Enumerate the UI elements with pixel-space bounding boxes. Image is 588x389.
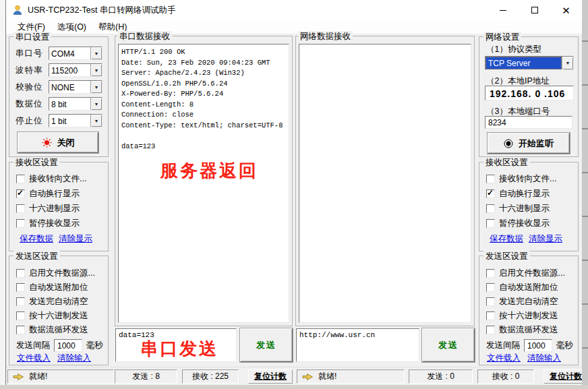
stop-bits-label: 停止位 xyxy=(16,115,49,127)
network-sent-counter: 发送 : 0 xyxy=(409,369,473,384)
chevron-down-icon[interactable]: ▼ xyxy=(90,81,102,93)
network-send-input[interactable]: http://www.usr.cn xyxy=(296,328,419,362)
annotation-server-response: 服务器返回 xyxy=(160,159,258,183)
receive-to-file-checkbox[interactable] xyxy=(486,175,495,183)
close-button[interactable]: ✕ xyxy=(550,0,582,20)
checkbox-label: 十六进制显示 xyxy=(499,203,550,214)
send-settings-title: 发送区设置 xyxy=(483,251,530,262)
local-ip-input[interactable]: 192.168. 0 .106 xyxy=(485,86,574,100)
checkbox-row[interactable]: 接收转向文件... xyxy=(486,173,556,184)
loop-send-checkbox[interactable] xyxy=(486,326,495,334)
send-settings-title: 发送区设置 xyxy=(13,251,60,262)
parity-select[interactable]: NONE ▼ xyxy=(49,80,102,94)
checkbox-row[interactable]: 暂停接收显示 xyxy=(16,218,80,229)
auto-append-checkbox[interactable] xyxy=(16,283,25,292)
serial-reset-count-button[interactable]: 复位计数 xyxy=(248,369,293,384)
send-interval-input[interactable]: 1000 xyxy=(54,339,82,352)
serial-receive-area[interactable]: HTTP/1.1 200 OK Date: Sun, 23 Feb 2020 0… xyxy=(118,44,289,323)
data-bits-row: 数据位 xyxy=(16,97,49,111)
checkbox-row[interactable]: 自动发送附加位 xyxy=(486,282,558,293)
save-data-link[interactable]: 保存数据 xyxy=(490,233,523,245)
checkbox-row[interactable]: 接收转向文件... xyxy=(16,173,86,184)
checkbox-row[interactable]: 暂停接收显示 xyxy=(486,218,550,229)
checkbox-row[interactable]: 十六进制显示 xyxy=(486,203,550,214)
checkbox-row[interactable]: 启用文件数据源... xyxy=(16,268,95,278)
clear-input-link[interactable]: 清除输入 xyxy=(527,353,561,364)
maximize-icon xyxy=(531,7,538,13)
send-interval-input[interactable]: 1000 xyxy=(524,339,552,352)
protocol-type-select[interactable]: TCP Server ▼ xyxy=(485,56,574,70)
auto-wrap-checkbox[interactable] xyxy=(16,189,25,198)
pause-receive-checkbox[interactable] xyxy=(486,219,495,228)
chevron-down-icon[interactable]: ▼ xyxy=(90,115,102,127)
load-file-link[interactable]: 文件载入 xyxy=(487,353,521,364)
minimize-button[interactable] xyxy=(487,0,519,20)
chevron-down-icon[interactable]: ▼ xyxy=(90,47,102,59)
chevron-down-icon[interactable]: ▼ xyxy=(90,64,102,76)
checkbox-row[interactable]: 发送完自动清空 xyxy=(16,296,88,307)
checkbox-row[interactable]: 十六进制显示 xyxy=(16,203,80,214)
network-send-value: http://www.usr.cn xyxy=(299,331,375,339)
checkbox-label: 发送完自动清空 xyxy=(29,296,88,307)
pause-receive-checkbox[interactable] xyxy=(16,219,25,228)
clear-input-link[interactable]: 清除输入 xyxy=(57,353,91,364)
send-as-hex-checkbox[interactable] xyxy=(16,311,25,320)
minimize-icon xyxy=(500,10,506,11)
receive-to-file-checkbox[interactable] xyxy=(16,175,25,183)
checkbox-row[interactable]: 按十六进制发送 xyxy=(16,310,88,321)
stop-bits-select[interactable]: 1 bit ▼ xyxy=(49,114,102,127)
serial-close-button[interactable]: 关闭 xyxy=(18,132,98,153)
network-reset-count-button[interactable]: 复位计数 xyxy=(543,369,582,384)
chevron-down-icon[interactable]: ▼ xyxy=(90,98,102,110)
data-bits-select[interactable]: 8 bit ▼ xyxy=(49,97,102,111)
checkbox-row[interactable]: 自动换行显示 xyxy=(16,188,80,199)
checkbox-row[interactable]: 启用文件数据源... xyxy=(486,268,565,278)
checkbox-row[interactable]: 数据流循环发送 xyxy=(486,324,558,335)
menu-options[interactable]: 选项(O) xyxy=(51,20,92,34)
maximize-button[interactable] xyxy=(519,0,550,20)
network-receive-area[interactable] xyxy=(299,44,471,323)
checkbox-label: 数据流循环发送 xyxy=(29,324,88,336)
receive-settings-title: 接收区设置 xyxy=(483,157,530,169)
network-send-button[interactable]: 发送 xyxy=(422,328,475,362)
checkbox-row[interactable]: 自动发送附加位 xyxy=(16,282,88,293)
serial-send-input[interactable]: data=123 串口发送 xyxy=(115,328,237,362)
checkbox-row[interactable]: 数据流循环发送 xyxy=(16,324,88,335)
file-data-source-checkbox[interactable] xyxy=(486,269,495,278)
checkbox-row[interactable]: 发送完自动清空 xyxy=(486,296,558,307)
checkbox-label: 发送完自动清空 xyxy=(499,296,558,307)
clear-display-link[interactable]: 清除显示 xyxy=(529,233,562,245)
network-data-receive-title: 网络数据接收 xyxy=(298,31,353,42)
checkbox-row[interactable]: 按十六进制发送 xyxy=(486,310,558,321)
chevron-down-icon[interactable]: ▼ xyxy=(562,57,573,69)
auto-wrap-checkbox[interactable] xyxy=(486,189,495,198)
checkbox-label: 自动发送附加位 xyxy=(29,282,88,293)
file-data-source-checkbox[interactable] xyxy=(16,269,25,278)
start-listen-button[interactable]: 开始监听 xyxy=(488,133,570,154)
protocol-type-value: TCP Server xyxy=(486,57,562,69)
background-window-edge xyxy=(582,0,588,389)
auto-clear-checkbox[interactable] xyxy=(486,297,495,306)
serial-send-button[interactable]: 发送 xyxy=(240,328,293,362)
pointing-hand-icon xyxy=(302,372,314,382)
checkbox-label: 按十六进制发送 xyxy=(499,310,558,322)
load-file-link[interactable]: 文件载入 xyxy=(17,353,51,364)
clear-display-link[interactable]: 清除显示 xyxy=(59,233,92,245)
checkbox-label: 暂停接收显示 xyxy=(29,218,80,229)
parity-label: 校验位 xyxy=(16,82,49,93)
loop-send-checkbox[interactable] xyxy=(16,326,25,334)
checkbox-row[interactable]: 自动换行显示 xyxy=(486,188,550,199)
hex-display-checkbox[interactable] xyxy=(16,204,25,213)
baud-rate-select[interactable]: 115200 ▼ xyxy=(49,63,102,77)
save-data-link[interactable]: 保存数据 xyxy=(20,233,53,245)
network-settings-group: 网络设置 （1）协议类型 TCP Server ▼ （2）本地IP地址 192.… xyxy=(479,36,579,157)
auto-clear-checkbox[interactable] xyxy=(16,297,25,306)
network-data-receive-group: 网络数据接收 xyxy=(295,36,475,326)
send-interval-label: 发送间隔 xyxy=(16,340,50,351)
local-port-input[interactable]: 8234 xyxy=(485,116,572,129)
data-bits-label: 数据位 xyxy=(16,98,49,110)
hex-display-checkbox[interactable] xyxy=(486,204,495,213)
send-as-hex-checkbox[interactable] xyxy=(486,311,495,320)
serial-port-select[interactable]: COM4 ▼ xyxy=(49,47,102,60)
auto-append-checkbox[interactable] xyxy=(486,283,495,292)
